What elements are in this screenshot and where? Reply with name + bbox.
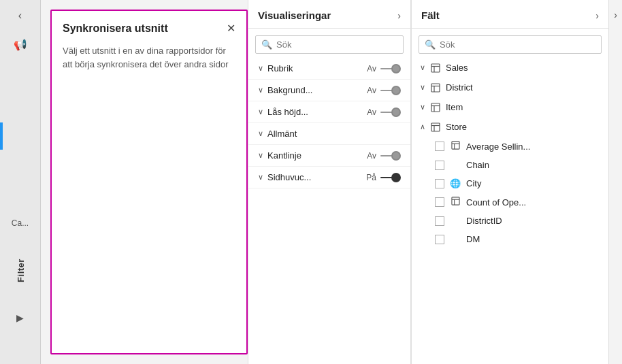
allmant-label: Allmänt	[267, 129, 297, 139]
count-ope-checkbox[interactable]	[435, 197, 444, 207]
district-table-icon	[429, 83, 442, 93]
average-selling-table-icon	[450, 141, 461, 152]
active-indicator	[0, 122, 3, 150]
falt-header: Fält ›	[412, 0, 608, 29]
visualiseringar-header: Visualiseringar ›	[248, 0, 410, 29]
falt-search-box[interactable]: 🔍	[419, 35, 602, 54]
store-child-count-ope: Count of Ope...	[412, 193, 608, 212]
sync-panel-body: Välj ett utsnitt i en av dina rapportsid…	[63, 44, 235, 71]
collapse-filter-button[interactable]: ‹	[16, 7, 24, 24]
store-table-icon	[429, 122, 442, 132]
sync-panel-title: Synkronisera utsnitt	[63, 22, 168, 35]
falt-search-input[interactable]	[440, 39, 595, 50]
svg-rect-15	[451, 197, 459, 205]
average-selling-label: Average Sellin...	[466, 142, 530, 152]
svg-rect-3	[431, 84, 440, 92]
notify-icon: 📢	[14, 38, 27, 51]
visualiseringar-search-input[interactable]	[276, 39, 397, 50]
rubrik-label: Rubrik	[267, 63, 293, 73]
bakgrund-toggle[interactable]	[380, 86, 401, 95]
visualiseringar-panel: Visualiseringar › 🔍 ∨ Rubrik Av	[248, 0, 411, 364]
visualiseringar-search-icon: 🔍	[261, 39, 272, 50]
district-label: District	[446, 82, 473, 93]
vis-item-rubrik: ∨ Rubrik Av	[248, 58, 410, 80]
vis-item-bakgrund: ∨ Bakgrund... Av	[248, 80, 410, 101]
kantlinje-status: Av	[367, 151, 376, 161]
fields-group-item: ∨ Item	[412, 97, 608, 117]
district-chevron-icon: ∨	[420, 83, 425, 92]
store-child-average-selling: Average Sellin...	[412, 137, 608, 156]
chain-checkbox[interactable]	[435, 161, 444, 170]
sales-table-icon	[429, 63, 442, 73]
visualiseringar-chevron-icon[interactable]: ›	[397, 10, 401, 21]
vis-item-allmant: ∨ Allmänt	[248, 123, 410, 145]
falt-title: Fält	[421, 10, 440, 21]
store-child-chain: Chain	[412, 156, 608, 174]
districtid-checkbox[interactable]	[435, 216, 444, 226]
falt-chevron-icon[interactable]: ›	[595, 10, 599, 21]
sidhuvuc-toggle[interactable]	[380, 173, 401, 182]
store-child-city: 🌐 City	[412, 174, 608, 193]
falt-search-icon: 🔍	[425, 39, 436, 50]
kantlinje-toggle[interactable]	[380, 151, 401, 161]
store-child-dm: DM	[412, 230, 608, 248]
las-hojd-chevron-icon[interactable]: ∨	[258, 107, 263, 116]
sales-chevron-icon: ∨	[420, 63, 425, 72]
city-checkbox[interactable]	[435, 179, 444, 188]
filter-label: Filter	[15, 259, 25, 282]
kantlinje-chevron-icon[interactable]: ∨	[258, 151, 263, 160]
fields-group-sales: ∨ Sales	[412, 58, 608, 78]
kantlinje-label: Kantlinje	[267, 150, 301, 161]
svg-rect-9	[431, 123, 440, 131]
count-ope-label: Count of Ope...	[466, 197, 526, 208]
bakgrund-chevron-icon[interactable]: ∨	[258, 86, 263, 95]
dm-checkbox[interactable]	[435, 235, 444, 244]
falt-items-list: ∨ Sales ∨	[412, 58, 608, 364]
item-group-header[interactable]: ∨ Item	[412, 97, 608, 117]
allmant-chevron-icon[interactable]: ∨	[258, 129, 263, 138]
visualiseringar-title: Visualiseringar	[258, 10, 331, 21]
right-chevron-icon: ›	[614, 10, 617, 20]
store-label: Store	[446, 122, 467, 132]
svg-rect-0	[431, 64, 440, 72]
sales-label: Sales	[446, 63, 468, 73]
district-group-header[interactable]: ∨ District	[412, 78, 608, 97]
las-hojd-toggle[interactable]	[380, 107, 401, 117]
sync-panel-header: Synkronisera utsnitt ✕	[63, 22, 235, 35]
rubrik-status: Av	[367, 64, 376, 73]
chain-label: Chain	[466, 160, 489, 170]
vis-item-sidhuvuc: ∨ Sidhuvuc... På	[248, 167, 410, 188]
fields-group-store: ∧ Store	[412, 117, 608, 248]
sales-group-header[interactable]: ∨ Sales	[412, 58, 608, 78]
visualiseringar-items-list: ∨ Rubrik Av ∨ Bakgrund...	[248, 58, 410, 364]
svg-rect-12	[451, 142, 459, 149]
bakgrund-label: Bakgrund...	[267, 85, 313, 95]
expand-arrow-icon[interactable]: ▶	[16, 312, 24, 323]
sync-panel: Synkronisera utsnitt ✕ Välj ett utsnitt …	[50, 10, 248, 354]
average-selling-checkbox[interactable]	[435, 142, 444, 151]
right-collapse-button[interactable]: ›	[608, 0, 622, 364]
item-chevron-icon: ∨	[420, 103, 425, 112]
fields-group-district: ∨ District	[412, 78, 608, 97]
dm-label: DM	[466, 234, 480, 244]
bakgrund-status: Av	[367, 86, 376, 95]
rubrik-toggle[interactable]	[380, 64, 401, 73]
store-group-header[interactable]: ∧ Store	[412, 117, 608, 137]
left-sidebar: ‹ 📢 Filter Ca... ▶	[0, 0, 41, 364]
count-ope-table-icon	[450, 197, 461, 208]
sync-panel-close-button[interactable]: ✕	[227, 22, 235, 35]
store-child-districtid: DistrictID	[412, 212, 608, 230]
rubrik-chevron-icon[interactable]: ∨	[258, 64, 263, 73]
item-label: Item	[446, 102, 463, 112]
item-table-icon	[429, 103, 442, 112]
las-hojd-label: Lås höjd...	[267, 107, 308, 117]
sidhuvuc-label: Sidhuvuc...	[267, 172, 311, 182]
store-chevron-icon: ∧	[420, 122, 425, 131]
visualiseringar-search-box[interactable]: 🔍	[255, 35, 404, 54]
svg-rect-6	[431, 103, 440, 112]
vis-item-las-hojd: ∨ Lås höjd... Av	[248, 101, 410, 123]
city-label: City	[466, 178, 481, 188]
sidhuvuc-chevron-icon[interactable]: ∨	[258, 173, 263, 182]
city-globe-icon: 🌐	[450, 178, 461, 188]
ca-label: Ca...	[12, 218, 29, 228]
